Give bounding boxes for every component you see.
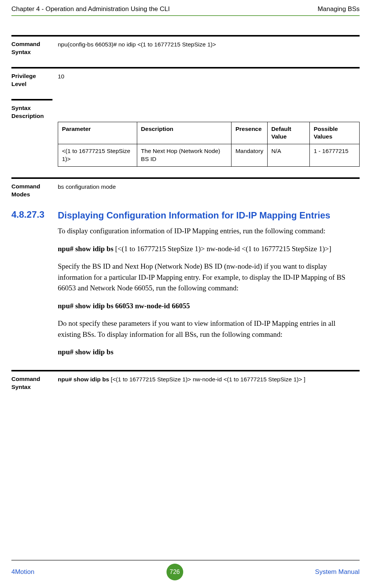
- td-default: N/A: [267, 144, 310, 167]
- table-header-row: Parameter Description Presence Default V…: [58, 122, 360, 144]
- footer-right: System Manual: [315, 568, 360, 576]
- paragraph: Do not specify these parameters if you w…: [11, 318, 360, 340]
- footer-rule: [11, 560, 360, 561]
- header-left: Chapter 4 - Operation and Administration…: [11, 5, 170, 13]
- block-value: npu# show idip bs [<(1 to 16777215 StepS…: [52, 375, 360, 391]
- cmd-bold: npu# show idip bs: [58, 376, 109, 382]
- th-parameter: Parameter: [58, 122, 137, 144]
- th-description: Description: [137, 122, 231, 144]
- td-presence: Mandatory: [231, 144, 267, 167]
- block-label: Command Syntax: [11, 40, 52, 56]
- block-label: Privilege Level: [11, 72, 52, 88]
- block-label: Command Modes: [11, 183, 52, 199]
- td-parameter: <(1 to 16777215 StepSize 1)>: [58, 144, 137, 167]
- command-syntax-block-2: Command Syntax npu# show idip bs [<(1 to…: [11, 375, 360, 391]
- td-description: The Next Hop (Network Node) BS ID: [137, 144, 231, 167]
- param-table-wrap: Parameter Description Presence Default V…: [11, 122, 360, 167]
- block-label: Syntax Description: [11, 104, 52, 120]
- th-possible: Possible Values: [310, 122, 360, 144]
- page-header: Chapter 4 - Operation and Administration…: [11, 5, 360, 15]
- syntax-description-block: Syntax Description: [11, 104, 360, 120]
- block-rule: [11, 177, 360, 179]
- cmd-rest: [<(1 to 16777215 StepSize 1)> nw-node-id…: [113, 245, 331, 253]
- td-possible: 1 - 16777215: [310, 144, 360, 167]
- cmd-bold: npu# show idip bs: [58, 348, 113, 356]
- header-right: Managing BSs: [317, 5, 360, 13]
- cmd-bold: npu# show idip bs: [58, 245, 113, 253]
- privilege-level-block: Privilege Level 10: [11, 72, 360, 88]
- page-number-badge: 726: [166, 564, 183, 580]
- command-syntax-block-1: Command Syntax npu(config-bs 66053)# no …: [11, 40, 360, 56]
- block-value: 10: [52, 72, 360, 88]
- paragraph: To display configuration information of …: [11, 226, 360, 237]
- page-footer: 4Motion 726 System Manual: [0, 560, 371, 580]
- block-rule: [11, 35, 360, 37]
- paragraph-cmd: npu# show idip bs: [11, 347, 360, 358]
- section-heading: 4.8.27.3 Displaying Configuration Inform…: [11, 209, 360, 221]
- command-modes-block: Command Modes bs configuration mode: [11, 183, 360, 199]
- footer-left: 4Motion: [11, 568, 34, 576]
- cmd-rest: [<(1 to 16777215 StepSize 1)> nw-node-id…: [109, 376, 305, 382]
- paragraph: Specify the BS ID and Next Hop (Network …: [11, 261, 360, 294]
- block-rule-short: [11, 99, 52, 100]
- th-presence: Presence: [231, 122, 267, 144]
- paragraph-cmd: npu# show idip bs 66053 nw-node-id 66055: [11, 301, 360, 312]
- param-table: Parameter Description Presence Default V…: [58, 122, 360, 167]
- header-rule: [11, 15, 360, 16]
- paragraph-cmd: npu# show idip bs [<(1 to 16777215 StepS…: [11, 244, 360, 255]
- table-row: <(1 to 16777215 StepSize 1)> The Next Ho…: [58, 144, 360, 167]
- block-rule: [11, 370, 360, 371]
- block-value: npu(config-bs 66053)# no idip <(1 to 167…: [52, 40, 360, 56]
- block-value: bs configuration mode: [52, 183, 360, 199]
- th-default: Default Value: [267, 122, 310, 144]
- block-value: [52, 104, 360, 120]
- block-rule: [11, 67, 360, 69]
- section-title: Displaying Configuration Information for…: [52, 209, 360, 221]
- section-number: 4.8.27.3: [11, 209, 52, 221]
- block-label: Command Syntax: [11, 375, 52, 391]
- cmd-bold: npu# show idip bs 66053 nw-node-id 66055: [58, 302, 190, 310]
